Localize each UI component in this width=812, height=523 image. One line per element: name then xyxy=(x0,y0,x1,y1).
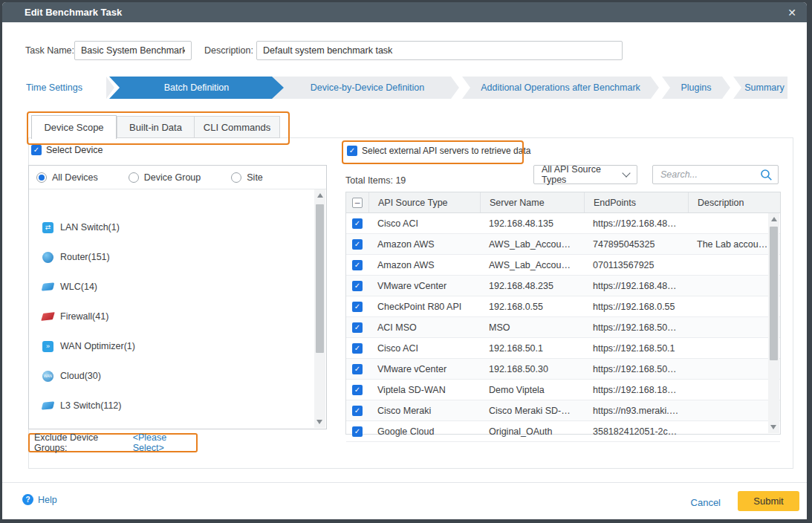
table-cell: ACI MSO xyxy=(368,322,480,333)
select-device-label: Select Device xyxy=(46,145,103,155)
radio-icon[interactable] xyxy=(231,172,241,183)
row-checkbox[interactable]: ✓ xyxy=(352,239,363,250)
row-checkbox[interactable]: ✓ xyxy=(352,385,363,395)
task-name-field[interactable] xyxy=(74,41,192,60)
row-checkbox[interactable]: ✓ xyxy=(352,343,363,354)
device-list-item[interactable]: ⇄LAN Switch(1) xyxy=(42,220,120,235)
scroll-down-icon[interactable] xyxy=(316,420,322,424)
table-row[interactable]: ✓Amazon AWSAWS_Lab_Account_0701...070113… xyxy=(346,255,780,276)
device-label: Cloud(30) xyxy=(60,371,101,381)
table-cell: Cisco Meraki xyxy=(368,406,480,416)
close-icon[interactable]: ✕ xyxy=(787,7,796,19)
scrollbar-thumb[interactable] xyxy=(770,227,778,360)
device-list-item[interactable]: WLC(14) xyxy=(42,279,97,294)
row-checkbox[interactable]: ✓ xyxy=(352,406,363,416)
firewall-icon xyxy=(41,312,55,321)
tab-built-in-data[interactable]: Built-in Data xyxy=(117,116,195,138)
l3-switch-icon xyxy=(42,401,55,409)
wizard-step-plugins[interactable]: Plugins xyxy=(670,77,722,99)
help-button[interactable]: ? Help xyxy=(22,494,57,505)
scroll-down-icon[interactable] xyxy=(770,425,776,429)
wizard-step-batch-definition[interactable]: Batch Definition xyxy=(109,77,284,99)
row-checkbox[interactable]: ✓ xyxy=(352,302,363,312)
table-row[interactable]: ✓Cisco ACI192.168.50.1https://192.168.50… xyxy=(346,338,780,359)
table-row[interactable]: ✓Viptela SD-WANDemo Viptelahttps://192.1… xyxy=(346,380,780,400)
table-row[interactable]: ✓ACI MSOMSOhttps://192.168.50.10 xyxy=(346,317,780,338)
row-checkbox[interactable]: ✓ xyxy=(352,218,363,229)
device-list-scrollbar[interactable] xyxy=(314,189,325,428)
radio-all-devices[interactable]: All Devices xyxy=(36,172,98,183)
device-list-item[interactable]: ◦WAP(30) xyxy=(42,428,97,429)
scrollbar-thumb[interactable] xyxy=(316,204,324,353)
lan-switch-icon: ⇄ xyxy=(42,222,53,233)
api-source-type-filter-value: All API Source Types xyxy=(542,164,617,185)
cancel-button[interactable]: Cancel xyxy=(691,497,721,508)
row-checkbox[interactable]: ✓ xyxy=(352,260,363,270)
column-header-description[interactable]: Description xyxy=(689,192,780,212)
api-server-table: – API Source Type Server Name EndPoints … xyxy=(345,192,781,435)
table-cell: Amazon AWS xyxy=(368,260,480,270)
search-input[interactable] xyxy=(653,169,760,180)
table-cell: Amazon AWS xyxy=(368,239,480,250)
wizard-step-additional-operations[interactable]: Additional Operations after Benchmark xyxy=(470,77,651,99)
device-list-item[interactable]: Router(151) xyxy=(42,250,110,264)
wlc-icon xyxy=(42,282,55,290)
table-cell: 192.168.50.30 xyxy=(480,364,584,374)
device-list-item[interactable]: L3 Switch(112) xyxy=(42,398,121,413)
wizard-step-device-by-device[interactable]: Device-by-Device Definition xyxy=(284,77,451,99)
table-scrollbar[interactable] xyxy=(768,213,779,433)
table-row[interactable]: ✓Cisco ACI192.168.48.135https://192.168.… xyxy=(346,213,780,234)
table-cell: Cisco Meraki SD-WAN xyxy=(480,406,584,416)
device-list-item[interactable]: WANCloud(30) xyxy=(42,368,101,383)
table-cell: 358182412051-2cl1c2i0... xyxy=(584,426,688,437)
table-cell: https://192.168.0.55 xyxy=(584,302,688,312)
exclude-device-groups-select-link[interactable]: <Please Select> xyxy=(133,432,196,453)
column-header-server-name[interactable]: Server Name xyxy=(481,192,585,212)
wizard-step-summary[interactable]: Summary xyxy=(741,77,787,99)
table-cell: 192.168.48.135 xyxy=(480,218,584,229)
exclude-device-groups-label: Exclude Device Groups: xyxy=(34,432,128,453)
table-cell: https://n93.meraki.com xyxy=(584,406,688,416)
total-items: Total Items: 19 xyxy=(345,175,406,186)
table-cell: Cisco ACI xyxy=(368,343,480,354)
exclude-device-groups-row: Exclude Device Groups: <Please Select> xyxy=(28,433,198,452)
row-checkbox[interactable]: ✓ xyxy=(352,281,363,291)
row-checkbox[interactable]: ✓ xyxy=(352,364,363,374)
column-header-endpoints[interactable]: EndPoints xyxy=(585,192,689,212)
table-cell: Google Cloud xyxy=(368,426,480,437)
help-label: Help xyxy=(38,495,57,505)
radio-site[interactable]: Site xyxy=(231,172,263,183)
submit-button[interactable]: Submit xyxy=(738,491,799,511)
select-all-checkbox[interactable]: – xyxy=(352,198,363,208)
table-cell: VMware vCenter xyxy=(368,281,480,291)
wizard-step-time-settings[interactable]: Time Settings xyxy=(2,77,106,99)
search-icon[interactable] xyxy=(760,169,773,181)
table-header: – API Source Type Server Name EndPoints … xyxy=(346,192,780,213)
table-cell: 747895045325 xyxy=(584,239,688,250)
table-row[interactable]: ✓Cisco MerakiCisco Meraki SD-WANhttps://… xyxy=(346,400,780,421)
radio-icon[interactable] xyxy=(36,172,47,183)
device-list-item[interactable]: Firewall(41) xyxy=(42,309,108,324)
select-device-row: ✓ Select Device xyxy=(31,145,103,155)
api-source-type-filter[interactable]: All API Source Types xyxy=(533,165,637,184)
radio-icon[interactable] xyxy=(129,172,139,183)
radio-device-group[interactable]: Device Group xyxy=(129,172,201,183)
table-row[interactable]: ✓Amazon AWSAWS_Lab_Account_7478...747895… xyxy=(346,234,780,255)
scroll-up-icon[interactable] xyxy=(317,193,323,198)
select-api-servers-checkbox[interactable]: ✓ xyxy=(347,146,357,156)
column-header-api-source-type[interactable]: API Source Type xyxy=(369,192,481,212)
tab-device-scope[interactable]: Device Scope xyxy=(31,115,117,139)
table-cell: AWS_Lab_Account_0701... xyxy=(480,260,584,270)
row-checkbox[interactable]: ✓ xyxy=(352,426,363,437)
table-cell: 192.168.48.235 xyxy=(480,281,584,291)
table-row[interactable]: ✓VMware vCenter192.168.50.30https://192.… xyxy=(346,359,780,380)
tab-cli-commands[interactable]: CLI Commands xyxy=(195,116,280,138)
table-row[interactable]: ✓CheckPoint R80 API192.168.0.55https://1… xyxy=(346,296,780,317)
row-checkbox[interactable]: ✓ xyxy=(352,322,363,333)
scroll-up-icon[interactable] xyxy=(771,217,777,221)
table-row[interactable]: ✓Google CloudOriginal_OAuth358182412051-… xyxy=(346,421,780,442)
device-list-item[interactable]: »WAN Optimizer(1) xyxy=(42,339,135,354)
select-device-checkbox[interactable]: ✓ xyxy=(31,145,42,155)
description-field[interactable] xyxy=(256,41,623,60)
table-row[interactable]: ✓VMware vCenter192.168.48.235https://192… xyxy=(346,276,780,296)
